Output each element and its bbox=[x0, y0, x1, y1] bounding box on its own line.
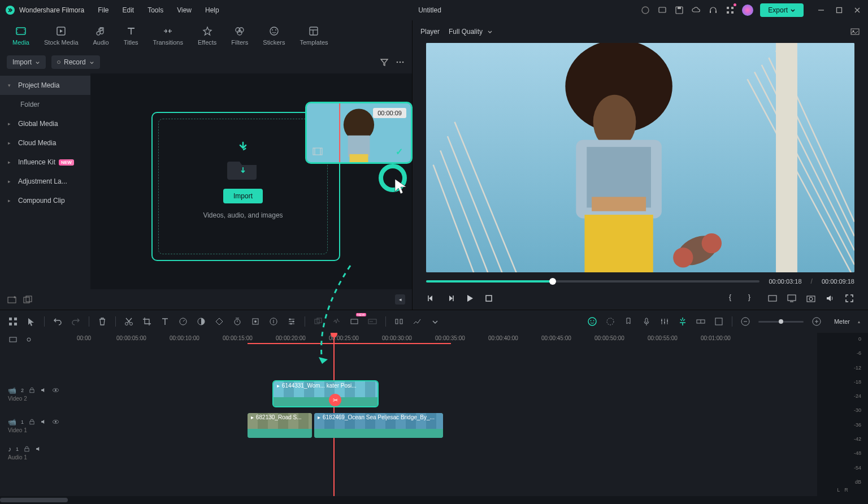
import-dropdown[interactable]: Import bbox=[7, 55, 46, 69]
maximize-icon[interactable] bbox=[834, 5, 844, 15]
zoom-in-icon[interactable] bbox=[811, 316, 822, 327]
color-icon[interactable] bbox=[196, 316, 206, 327]
undo-icon[interactable] bbox=[53, 316, 63, 327]
collapse-sidebar-button[interactable]: ◂ bbox=[395, 294, 405, 305]
zoom-slider[interactable] bbox=[758, 321, 804, 323]
close-icon[interactable] bbox=[852, 5, 862, 15]
adjust-icon[interactable] bbox=[287, 316, 297, 327]
audio-mixer-icon[interactable] bbox=[659, 316, 670, 327]
tab-effects[interactable]: Effects bbox=[193, 23, 221, 48]
track-link-icon[interactable] bbox=[24, 334, 34, 345]
tab-audio[interactable]: Audio bbox=[89, 23, 114, 48]
sidebar-item-project-media[interactable]: ▾Project Media bbox=[0, 76, 90, 95]
sidebar-item-influence-kit[interactable]: ▸Influence KitNEW bbox=[0, 153, 90, 172]
tab-transitions[interactable]: Transitions bbox=[149, 23, 188, 48]
tab-stickers[interactable]: Stickers bbox=[258, 23, 289, 48]
mask-icon[interactable] bbox=[268, 316, 279, 327]
options-icon[interactable] bbox=[8, 316, 18, 327]
trim-icon[interactable] bbox=[311, 145, 324, 158]
timeline-scrollbar[interactable] bbox=[0, 496, 868, 504]
display-icon[interactable] bbox=[787, 293, 797, 303]
scissor-playhead-icon[interactable]: ✂ bbox=[329, 394, 341, 406]
meter-label[interactable]: Meter bbox=[834, 318, 850, 325]
snapshot-gallery-icon[interactable] bbox=[850, 27, 860, 37]
mark-out-icon[interactable]: } bbox=[748, 293, 758, 303]
ai-tool-icon[interactable] bbox=[349, 316, 359, 327]
voiceover-icon[interactable] bbox=[641, 316, 652, 327]
tab-titles[interactable]: Titles bbox=[119, 23, 143, 48]
render-icon[interactable] bbox=[394, 316, 404, 327]
new-bin-icon[interactable] bbox=[23, 294, 33, 305]
eye-icon[interactable] bbox=[52, 386, 59, 394]
minimize-icon[interactable] bbox=[816, 5, 826, 15]
quality-select[interactable]: Full Quality bbox=[449, 28, 493, 36]
menu-help[interactable]: Help bbox=[205, 6, 219, 14]
next-frame-icon[interactable] bbox=[445, 293, 455, 303]
import-dropzone[interactable]: Import Videos, audio, and images bbox=[158, 119, 328, 254]
export-button[interactable]: Export bbox=[760, 3, 804, 17]
track-audio1[interactable] bbox=[72, 441, 817, 464]
sidebar-item-cloud-media[interactable]: ▸Cloud Media bbox=[0, 133, 90, 153]
track-add-icon[interactable] bbox=[8, 334, 18, 345]
user-avatar[interactable] bbox=[742, 5, 753, 16]
timeline-ruler[interactable]: 00:00 00:00:05:00 00:00:10:00 00:00:15:0… bbox=[72, 333, 817, 346]
tab-stock-media[interactable]: Stock Media bbox=[40, 23, 83, 48]
clip-1[interactable]: ▸6144331_Wom... kater Posi... bbox=[274, 381, 377, 406]
group-icon[interactable] bbox=[313, 316, 323, 327]
sidebar-item-adjustment-layer[interactable]: ▸Adjustment La... bbox=[0, 172, 90, 191]
tab-filters[interactable]: Filters bbox=[227, 23, 253, 48]
menu-edit[interactable]: Edit bbox=[123, 6, 134, 14]
stop-icon[interactable] bbox=[484, 293, 494, 303]
fullscreen-icon[interactable] bbox=[844, 293, 854, 303]
tab-media[interactable]: Media bbox=[8, 23, 34, 48]
prev-frame-icon[interactable] bbox=[426, 293, 436, 303]
menu-view[interactable]: View bbox=[177, 6, 192, 14]
snap-icon[interactable] bbox=[714, 316, 724, 327]
sidebar-item-compound-clip[interactable]: ▸Compound Clip bbox=[0, 191, 90, 210]
apps-icon[interactable] bbox=[725, 5, 735, 15]
zoom-out-icon[interactable] bbox=[740, 316, 750, 327]
text-icon[interactable] bbox=[160, 316, 170, 327]
record-indicator-icon[interactable] bbox=[640, 5, 650, 15]
duration-icon[interactable] bbox=[232, 316, 242, 327]
track-video2[interactable]: ▸6144331_Wom... kater Posi... bbox=[72, 378, 817, 410]
play-icon[interactable] bbox=[465, 293, 475, 303]
magnetic-icon[interactable] bbox=[678, 316, 688, 327]
scrub-thumb[interactable] bbox=[549, 278, 556, 285]
menu-tools[interactable]: Tools bbox=[147, 6, 163, 14]
ai-smile-icon[interactable] bbox=[587, 316, 597, 327]
new-folder-icon[interactable] bbox=[7, 294, 17, 305]
link-icon[interactable] bbox=[696, 316, 706, 327]
timeline-tracks[interactable]: 00:00 00:00:05:00 00:00:10:00 00:00:15:0… bbox=[72, 333, 817, 496]
save-icon[interactable] bbox=[674, 5, 684, 15]
track-head-video1[interactable]: 📹1 Video 1 bbox=[0, 410, 72, 441]
import-button[interactable]: Import bbox=[223, 189, 263, 203]
cloud-icon[interactable] bbox=[691, 5, 701, 15]
aspect-icon[interactable] bbox=[767, 293, 778, 303]
speed-icon[interactable] bbox=[178, 316, 188, 327]
subtitle-icon[interactable] bbox=[367, 316, 377, 327]
sidebar-item-folder[interactable]: Folder bbox=[0, 95, 90, 114]
tracking-icon[interactable] bbox=[250, 316, 261, 327]
mute-icon[interactable] bbox=[40, 386, 47, 394]
track-head-video2[interactable]: 📹2 Video 2 bbox=[0, 378, 72, 410]
media-thumbnail[interactable]: 00:00:09 ✓ bbox=[305, 102, 413, 164]
video-preview[interactable] bbox=[426, 43, 854, 272]
clip-3[interactable]: ▸6182469_Ocean Sea Peljesac Bridge_By_..… bbox=[314, 413, 443, 438]
sidebar-item-global-media[interactable]: ▸Global Media bbox=[0, 114, 90, 133]
volume-icon[interactable] bbox=[825, 293, 835, 303]
snapshot-icon[interactable] bbox=[806, 293, 816, 303]
crop-icon[interactable] bbox=[142, 316, 152, 327]
record-dropdown[interactable]: Record bbox=[51, 55, 100, 69]
audio-sync-icon[interactable] bbox=[331, 316, 341, 327]
mark-in-icon[interactable]: { bbox=[729, 293, 739, 303]
effects-panel-icon[interactable] bbox=[605, 316, 615, 327]
tab-templates[interactable]: Templates bbox=[295, 23, 332, 48]
track-head-audio1[interactable]: ♪1 Audio 1 bbox=[0, 441, 72, 464]
redo-icon[interactable] bbox=[71, 316, 81, 327]
scrub-track[interactable] bbox=[426, 280, 760, 283]
filter-icon[interactable] bbox=[379, 57, 389, 67]
marker-icon[interactable] bbox=[623, 316, 633, 327]
keyframe-icon[interactable] bbox=[214, 316, 224, 327]
clip-2[interactable]: ▸682130_Road S... bbox=[248, 413, 312, 438]
